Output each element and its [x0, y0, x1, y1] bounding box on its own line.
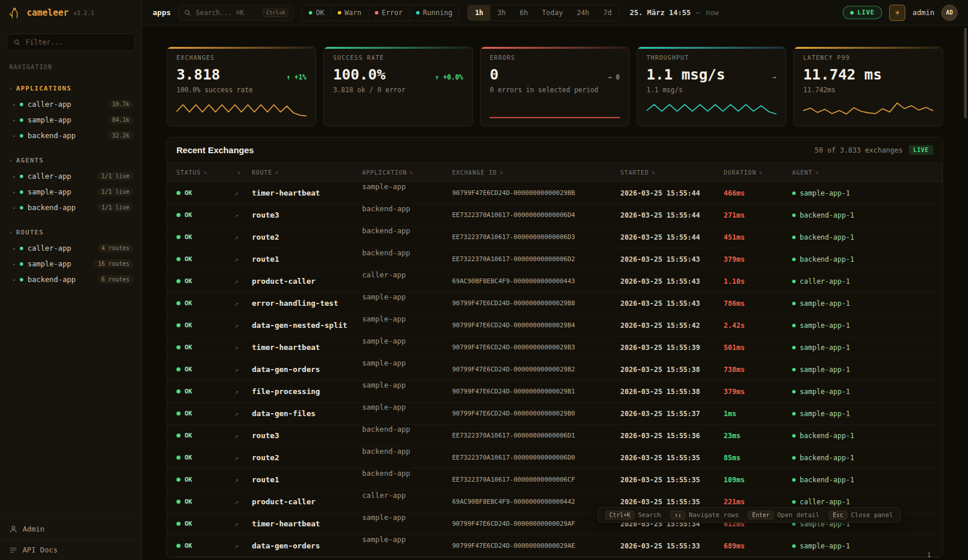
column-duration[interactable]: DURATION⇅ [724, 169, 792, 176]
table-row[interactable]: OK↗route2backend-appEE7322370A10617-0000… [167, 226, 942, 248]
open-trace-icon[interactable]: ↗ [234, 299, 239, 308]
app-root: cameleer v3.2.1 NAVIGATION ▾APPLICATIONS… [0, 0, 968, 560]
sidebar-filter[interactable] [7, 34, 135, 51]
open-trace-icon[interactable]: ↗ [234, 498, 239, 506]
table-row[interactable]: OK↗product-callercaller-app69AC90BF8EBC4… [167, 270, 942, 292]
open-trace-icon[interactable]: ↗ [234, 255, 239, 263]
column-exchange-id[interactable]: EXCHANGE ID⇅ [452, 169, 620, 176]
duration-cell: 689ms [724, 542, 792, 550]
stat-value: 0 [490, 66, 499, 83]
application-cell: sample-app [362, 315, 452, 336]
column-agent[interactable]: AGENT⇅ [792, 169, 942, 176]
open-trace-icon[interactable]: ↗ [234, 277, 239, 286]
sidebar-footer-label: API Docs [23, 545, 57, 554]
sidebar-section-agents[interactable]: ▾AGENTS [0, 153, 142, 168]
sidebar-item-sample-app[interactable]: ▸sample-app1/1 live [0, 184, 142, 200]
sidebar-section-routes[interactable]: ▾ROUTES [0, 225, 142, 240]
application-cell: backend-app [362, 469, 452, 490]
sidebar-item-backend-app[interactable]: ▸backend-app32.2k [0, 128, 142, 143]
table-row[interactable]: OK↗data-gen-orderssample-app90799F47E6CD… [167, 359, 942, 381]
open-trace-icon[interactable]: ↗ [234, 410, 239, 418]
open-trace-icon[interactable]: ↗ [234, 321, 239, 330]
table-row[interactable]: OK↗timer-heartbeatsample-app90799F47E6CD… [167, 337, 942, 359]
sidebar-item-caller-app[interactable]: ▸caller-app1/1 live [0, 168, 142, 184]
table-row[interactable]: OK↗route2backend-appEE7322370A10617-0000… [167, 447, 942, 469]
range-3h[interactable]: 3h [490, 5, 512, 20]
table-row[interactable]: OK↗file-processingsample-app90799F47E6CD… [167, 381, 942, 403]
chevron-down-icon: ▾ [9, 86, 12, 91]
open-cell: ↗ [234, 277, 252, 286]
filter-running[interactable]: Running [409, 5, 459, 20]
sidebar-item-caller-app[interactable]: ▸caller-app4 routes [0, 240, 142, 256]
route-cell: data-gen-orders [252, 365, 362, 374]
range-6h[interactable]: 6h [512, 5, 534, 20]
agent-cell: caller-app-1 [792, 277, 942, 286]
open-trace-icon[interactable]: ↗ [234, 189, 239, 197]
sidebar-item-sample-app[interactable]: ▸sample-app84.1k [0, 112, 142, 128]
filter-warn[interactable]: Warn [331, 5, 368, 20]
theme-toggle-button[interactable]: ☀ [889, 5, 905, 21]
column-started[interactable]: STARTED⇅ [620, 169, 724, 176]
application-cell: caller-app [362, 491, 452, 512]
stat-delta: ↑ +1% [286, 73, 306, 81]
sidebar-item-caller-app[interactable]: ▸caller-app10.7k [0, 96, 142, 112]
table-row[interactable]: OK↗timer-heartbeatsample-app90799F47E6CD… [167, 182, 942, 204]
agent-cell: backend-app-1 [792, 211, 942, 219]
open-trace-icon[interactable]: ↗ [234, 476, 239, 484]
sidebar-section-applications[interactable]: ▾APPLICATIONS [0, 81, 142, 96]
sidebar-item-sample-app[interactable]: ▸sample-app16 routes [0, 256, 142, 272]
avatar[interactable]: AD [941, 5, 958, 21]
table-row[interactable]: OK↗data-gen-nested-splitsample-app90799F… [167, 315, 942, 337]
table-row[interactable]: OK↗route3backend-appEE7322370A10617-0000… [167, 425, 942, 447]
section-label: AGENTS [16, 157, 44, 164]
panel-header: Recent Exchanges 50 of 3.833 exchanges L… [167, 138, 942, 162]
column-application[interactable]: APPLICATION⇅ [362, 169, 452, 176]
range-7d[interactable]: 7d [597, 5, 619, 20]
open-trace-icon[interactable]: ↗ [234, 454, 239, 462]
open-trace-icon[interactable]: ↗ [234, 432, 239, 440]
exchange-id-cell: 90799F47E6CD24D-00000000000029B0 [452, 410, 620, 417]
application-cell: caller-app [362, 270, 452, 292]
route-cell: product-caller [252, 277, 362, 286]
kbd-badge: ↑↓ [670, 511, 685, 519]
range-today[interactable]: Today [535, 5, 570, 20]
exchange-id-cell: EE7322370A10617-00000000000006D1 [452, 432, 620, 439]
open-trace-icon[interactable]: ↗ [234, 211, 239, 219]
open-trace-icon[interactable]: ↗ [234, 344, 239, 352]
hint-label: Close panel [851, 511, 893, 519]
range-1h[interactable]: 1h [468, 5, 490, 20]
search-input[interactable] [194, 8, 259, 17]
filter-ok[interactable]: OK [302, 5, 330, 20]
live-toggle[interactable]: LIVE [843, 6, 882, 19]
scrollbar-thumb[interactable] [964, 28, 967, 118]
column-route[interactable]: ROUTE⇅ [252, 169, 362, 176]
open-trace-icon[interactable]: ↗ [234, 233, 239, 241]
open-trace-icon[interactable]: ↗ [234, 388, 239, 396]
sidebar-item-backend-app[interactable]: ▸backend-app6 routes [0, 272, 142, 287]
duration-cell: 379ms [724, 255, 792, 263]
table-row[interactable]: OK↗route1backend-appEE7322370A10617-0000… [167, 248, 942, 270]
application-cell: sample-app [362, 292, 452, 314]
table-row[interactable]: OK↗data-gen-orderssample-app90799F47E6CD… [167, 535, 942, 557]
status-dot [20, 190, 23, 194]
agent-dot [792, 434, 796, 438]
column-status[interactable]: STATUS⇅ [176, 169, 234, 176]
chevron-down-icon: ▾ [9, 158, 12, 163]
open-trace-icon[interactable]: ↗ [234, 542, 239, 550]
sidebar-item-api-docs[interactable]: API Docs [0, 539, 142, 560]
table-row[interactable]: OK↗data-gen-filessample-app90799F47E6CD2… [167, 403, 942, 425]
table-row[interactable]: OK↗route3backend-appEE7322370A10617-0000… [167, 204, 942, 226]
filter-input[interactable] [24, 38, 128, 47]
open-trace-icon[interactable]: ↗ [234, 366, 239, 374]
filter-error[interactable]: Error [368, 5, 409, 20]
open-trace-icon[interactable]: ↗ [234, 520, 239, 528]
range-24h[interactable]: 24h [570, 5, 597, 20]
sidebar-item-admin[interactable]: Admin [0, 519, 142, 539]
column-action[interactable]: ⇅ [234, 169, 252, 175]
sidebar-item-backend-app[interactable]: ▸backend-app1/1 live [0, 200, 142, 215]
global-search[interactable]: Ctrl+K [179, 5, 294, 21]
table-row[interactable]: OK↗route1backend-appEE7322370A10617-0000… [167, 469, 942, 491]
table-row[interactable]: OK↗error-handling-testsample-app90799F47… [167, 292, 942, 315]
ok-dot [176, 279, 180, 283]
ok-dot [176, 478, 180, 482]
